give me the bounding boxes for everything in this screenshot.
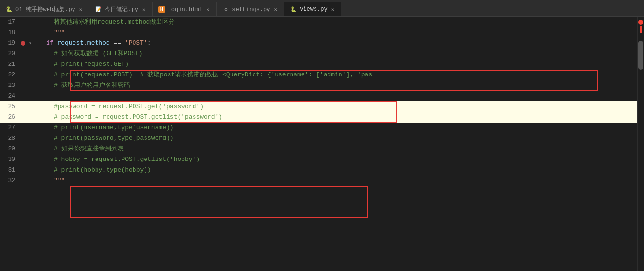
gutter-row-23: 23 — [0, 80, 36, 91]
gutter-row-17: 17 — [0, 17, 36, 27]
gutter-row-26: 26 — [0, 112, 36, 123]
error-indicator — [638, 20, 643, 25]
tab-02[interactable]: 📝 今日笔记.py ✕ — [89, 2, 152, 16]
code-text-23: # 获取用户的用户名和密码 — [54, 80, 130, 91]
gutter-row-18: 18 — [0, 27, 36, 38]
fold-25 — [27, 103, 34, 110]
tab-label-1: 01 纯手撸web框架.py — [15, 5, 75, 13]
gutter-row-21: 21 — [0, 59, 36, 70]
gutter-row-22: 22 — [0, 70, 36, 80]
tab-close-3[interactable]: ✕ — [206, 6, 211, 13]
code-text-20: # 如何获取数据 (GET和POST) — [54, 49, 143, 59]
code-line-23: # 获取用户的用户名和密码 — [36, 80, 637, 91]
tab-label-4: settings.py — [232, 6, 270, 13]
code-text-25: #password = request.POST.get('password') — [54, 101, 204, 112]
code-line-27: # print(username,type(username)) — [36, 123, 637, 133]
line-number-26: 26 — [0, 112, 19, 123]
code-line-29: # 如果你想直接拿到列表 — [36, 144, 637, 154]
code-text-26: # password = request.POST.getlist('passw… — [54, 112, 222, 123]
code-line-19: if request.method == 'POST': — [36, 38, 637, 49]
code-text-18: """ — [54, 27, 65, 38]
line-number-20: 20 — [0, 49, 19, 59]
code-text-21: # print(request.GET) — [54, 59, 129, 70]
fold-23 — [27, 82, 34, 89]
tab-label-2: 今日笔记.py — [105, 5, 138, 13]
code-line-17: 将其他请求利用request.method做出区分 — [36, 17, 637, 27]
code-line-24 — [36, 91, 637, 101]
fold-18 — [27, 29, 34, 36]
code-text-31: # print(hobby,type(hobby)) — [54, 165, 151, 175]
fold-31 — [27, 167, 34, 173]
code-line-31: # print(hobby,type(hobby)) — [36, 165, 637, 175]
fold-30 — [27, 156, 34, 163]
gutter-row-31: 31 — [0, 165, 36, 175]
code-text-29: # 如果你想直接拿到列表 — [54, 144, 124, 154]
line-number-30: 30 — [0, 154, 19, 165]
line-number-22: 22 — [0, 70, 19, 80]
fold-21 — [27, 61, 34, 68]
fold-20 — [27, 50, 34, 57]
fold-28 — [27, 135, 34, 142]
code-line-28: # print(password,type(password)) — [36, 133, 637, 144]
line-number-31: 31 — [0, 165, 19, 175]
code-line-20: # 如何获取数据 (GET和POST) — [36, 49, 637, 59]
gutter-row-30: 30 — [0, 154, 36, 165]
breakpoint-19 — [19, 41, 27, 46]
line-gutter: 17 18 19 ▾ 20 — [0, 17, 36, 271]
tab-04[interactable]: ⚙ settings.py ✕ — [217, 2, 284, 16]
tab-close-1[interactable]: ✕ — [78, 6, 84, 13]
code-line-21: # print(request.GET) — [36, 59, 637, 70]
scrollbar-thumb[interactable] — [638, 41, 643, 70]
tab-icon-5: 🐍 — [290, 6, 297, 12]
code-text-30: # hobby = request.POST.getlist('hobby') — [54, 154, 200, 165]
line-number-23: 23 — [0, 80, 19, 91]
fold-22 — [27, 72, 34, 78]
tab-05[interactable]: 🐍 views.py ✕ — [284, 2, 341, 16]
fold-24 — [27, 93, 34, 99]
fold-26 — [27, 114, 34, 121]
tab-close-4[interactable]: ✕ — [273, 6, 279, 13]
code-text-28: # print(password,type(password)) — [54, 133, 174, 144]
tab-label-5: views.py — [300, 6, 328, 12]
code-text-17: 将其他请求利用request.method做出区分 — [54, 17, 175, 27]
line-number-19: 19 — [0, 38, 19, 49]
error-line-bar — [640, 26, 642, 33]
line-number-17: 17 — [0, 17, 19, 27]
tab-icon-2: 📝 — [95, 6, 102, 13]
gutter-row-27: 27 — [0, 123, 36, 133]
code-line-18: """ — [36, 27, 637, 38]
code-content: 将其他请求利用request.method做出区分 """ if request… — [36, 17, 637, 271]
editor-body: 17 18 19 ▾ 20 — [0, 17, 644, 271]
code-line-30: # hobby = request.POST.getlist('hobby') — [36, 154, 637, 165]
fold-19[interactable]: ▾ — [27, 40, 34, 47]
gutter-row-19: 19 ▾ — [0, 38, 36, 49]
tab-close-5[interactable]: ✕ — [330, 6, 336, 13]
code-text-32: """ — [54, 175, 65, 186]
line-number-21: 21 — [0, 59, 19, 70]
red-box-29-31 — [70, 186, 368, 218]
code-line-32: """ — [36, 175, 637, 186]
tab-icon-3: H — [158, 6, 165, 13]
fold-17 — [27, 19, 34, 25]
fold-32 — [27, 177, 34, 184]
tab-03[interactable]: H login.html ✕ — [153, 2, 217, 16]
line-number-28: 28 — [0, 133, 19, 144]
tab-icon-4: ⚙ — [222, 6, 229, 13]
line-number-25: 25 — [0, 101, 19, 112]
tab-01[interactable]: 🐍 01 纯手撸web框架.py ✕ — [0, 2, 89, 16]
gutter-row-25: 25 — [0, 101, 36, 112]
gutter-row-29: 29 — [0, 144, 36, 154]
gutter-row-28: 28 — [0, 133, 36, 144]
code-line-25: #password = request.POST.get('password') — [36, 101, 637, 112]
code-text-22: # print(request.POST) # 获取post请求携带的数据 <Q… — [54, 70, 372, 80]
kw-if: if — [46, 38, 57, 49]
code-line-22: # print(request.POST) # 获取post请求携带的数据 <Q… — [36, 70, 637, 80]
tab-close-2[interactable]: ✕ — [141, 6, 146, 13]
line-number-29: 29 — [0, 144, 19, 154]
fold-27 — [27, 124, 34, 131]
code-text-27: # print(username,type(username)) — [54, 123, 174, 133]
gutter-row-24: 24 — [0, 91, 36, 101]
scrollbar-track[interactable] — [637, 17, 644, 271]
line-number-32: 32 — [0, 175, 19, 186]
fold-29 — [27, 146, 34, 152]
